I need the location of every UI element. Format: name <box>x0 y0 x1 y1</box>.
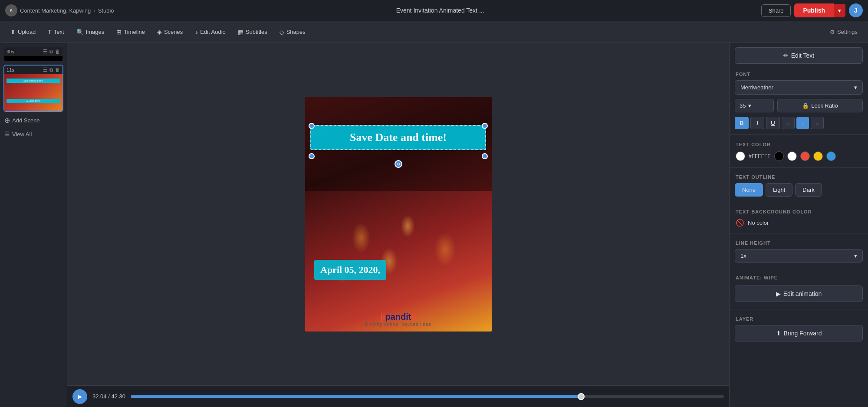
scene-2-delete-icon[interactable]: 🗑 <box>55 67 60 73</box>
upload-icon: ⬆ <box>10 29 16 36</box>
bold-button[interactable]: B <box>735 117 749 129</box>
divider-1 <box>730 135 868 135</box>
upload-label: Upload <box>18 29 36 35</box>
images-icon: 🔍 <box>76 29 84 36</box>
timeline-track[interactable] <box>131 395 724 398</box>
timeline-button[interactable]: ⊞ Timeline <box>111 26 150 38</box>
font-selector[interactable]: Merriweather <box>735 80 863 95</box>
main-area: 30s ☰ ⧉ 🗑 And We'd Like You to Join Us O… <box>0 43 868 407</box>
text-button[interactable]: T Text <box>43 26 69 38</box>
brand-text: Content Marketing, Kapwing <box>20 7 91 14</box>
shapes-button[interactable]: ◇ Shapes <box>274 26 311 38</box>
bg-color-row: 🚫 No color <box>736 219 862 227</box>
settings-icon: ⚙ <box>830 29 835 35</box>
edit-text-icon: ✏ <box>783 52 789 59</box>
subtitles-label: Subtitles <box>246 29 267 35</box>
scene-card-1[interactable]: 30s ☰ ⧉ 🗑 And We'd Like You to Join Us O… <box>3 46 63 62</box>
timeline-progress <box>131 395 581 398</box>
scene-1-delete-icon[interactable]: 🗑 <box>55 49 60 55</box>
scene-2-duration: 11s <box>7 67 14 72</box>
scene-2-menu-icon[interactable]: ☰ <box>43 67 48 73</box>
edit-audio-button[interactable]: ♪ Edit Audio <box>190 26 231 38</box>
color-swatch-yellow[interactable] <box>813 151 823 161</box>
bring-forward-label: Bring Forward <box>784 330 822 337</box>
line-height-dropdown-icon <box>854 253 857 259</box>
canvas-tagline: Divinity online, beyond lines <box>305 322 492 327</box>
share-button[interactable]: Share <box>761 4 791 17</box>
canvas-date-banner[interactable]: April 05, 2020, <box>314 260 386 280</box>
color-swatch-blue[interactable] <box>826 151 836 161</box>
outline-none-button[interactable]: None <box>735 183 763 197</box>
canvas-container[interactable]: ↻ Save Date and time! April 05, 2020, ji… <box>305 97 492 332</box>
scene-1-menu-icon[interactable]: ☰ <box>43 49 48 55</box>
bring-forward-button[interactable]: ⬆ Bring Forward <box>735 325 863 341</box>
selection-handle-tr[interactable] <box>482 123 488 129</box>
scene-1-copy-icon[interactable]: ⧉ <box>49 49 53 55</box>
font-section-label: FONT <box>730 68 868 79</box>
canvas-date-text: April 05, 2020, <box>320 264 380 275</box>
subtitles-icon: ▦ <box>238 29 243 36</box>
edit-text-button[interactable]: ✏ Edit Text <box>735 47 863 64</box>
line-height-selector[interactable]: 1x <box>735 249 863 263</box>
no-color-icon: 🚫 <box>736 219 744 227</box>
timeline-thumb[interactable] <box>578 393 585 400</box>
underline-button[interactable]: U <box>766 117 780 129</box>
outline-dark-button[interactable]: Dark <box>795 183 822 197</box>
scene-2-thumbnail: Save Date and time! April 05, 2020, jipa… <box>4 74 62 111</box>
color-swatch-black[interactable] <box>774 151 784 161</box>
line-height-value: 1x <box>740 253 746 259</box>
align-left-button[interactable]: ≡ <box>782 117 795 129</box>
subtitles-button[interactable]: ▦ Subtitles <box>233 26 273 38</box>
italic-button[interactable]: I <box>750 117 764 129</box>
publish-dropdown-arrow[interactable]: ▾ <box>834 4 845 17</box>
align-right-button[interactable]: ≡ <box>811 117 824 129</box>
divider-4 <box>730 233 868 233</box>
scenes-panel: 30s ☰ ⧉ 🗑 And We'd Like You to Join Us O… <box>0 43 67 407</box>
view-all-button[interactable]: ☰ View All <box>3 129 63 139</box>
canvas-area: ↻ Save Date and time! April 05, 2020, ji… <box>67 43 729 385</box>
add-scene-button[interactable]: ⊕ Add Scene <box>3 115 63 126</box>
scene-card-2[interactable]: 11s ☰ ⧉ 🗑 Save Date and time! April 05, … <box>3 65 63 112</box>
settings-button[interactable]: ⚙ Settings <box>825 26 863 38</box>
breadcrumb-sep: › <box>93 7 95 14</box>
scene-2-copy-icon[interactable]: ⧉ <box>49 67 53 73</box>
font-name: Merriweather <box>740 84 773 91</box>
lock-ratio-button[interactable]: 🔒 Lock Ratio <box>777 99 863 112</box>
scene-1-thumbnail: And We'd Like You to Join Us On the Big … <box>4 56 62 62</box>
format-row: B I U ≡ ≡ ≡ <box>735 117 863 129</box>
text-color-row: #FFFFFF <box>736 151 862 161</box>
selection-handle-tl[interactable] <box>309 123 315 129</box>
shapes-icon: ◇ <box>279 29 284 36</box>
animation-icon: ▶ <box>776 290 781 297</box>
divider-3 <box>730 202 868 202</box>
view-all-label: View All <box>12 131 32 138</box>
images-label: Images <box>86 29 105 35</box>
edit-audio-label: Edit Audio <box>200 29 226 35</box>
selection-handle-br[interactable] <box>482 153 488 159</box>
canvas-background: ↻ Save Date and time! April 05, 2020, ji… <box>305 97 492 332</box>
project-title: Event Invitation Animated Text ... <box>123 7 758 14</box>
align-center-button[interactable]: ≡ <box>796 117 809 129</box>
no-color-label: No color <box>748 220 769 226</box>
user-avatar[interactable]: J <box>849 3 863 17</box>
color-swatch-white[interactable] <box>787 151 797 161</box>
outline-light-button[interactable]: Light <box>766 183 792 197</box>
add-scene-icon: ⊕ <box>4 116 10 125</box>
play-button[interactable]: ▶ <box>72 389 87 404</box>
rotate-handle[interactable]: ↻ <box>395 160 402 168</box>
canvas-banner-text: Save Date and time! <box>350 131 447 144</box>
settings-label: Settings <box>837 29 858 35</box>
scenes-button[interactable]: ◈ Scenes <box>152 26 188 38</box>
upload-button[interactable]: ⬆ Upload <box>5 26 41 38</box>
images-button[interactable]: 🔍 Images <box>71 26 110 38</box>
publish-button[interactable]: Publish <box>794 3 834 17</box>
edit-animation-button[interactable]: ▶ Edit animation <box>735 286 863 302</box>
font-size-selector[interactable]: 35 <box>735 99 774 112</box>
scene-1-duration: 30s <box>7 49 14 54</box>
size-lock-row: 35 🔒 Lock Ratio <box>735 99 863 112</box>
color-swatch-red[interactable] <box>800 151 810 161</box>
edit-animation-label: Edit animation <box>783 290 822 297</box>
font-size-value: 35 <box>740 102 746 109</box>
text-color-white-swatch[interactable] <box>736 151 745 161</box>
canvas-text-banner[interactable]: Save Date and time! <box>310 125 486 150</box>
